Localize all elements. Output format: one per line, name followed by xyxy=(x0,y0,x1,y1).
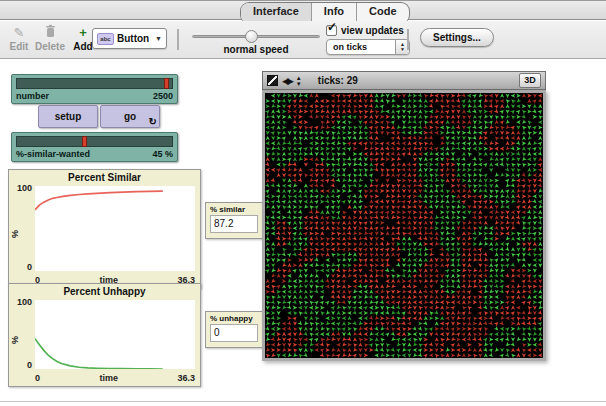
tab-info[interactable]: Info xyxy=(312,3,357,21)
y-axis-min: 0 xyxy=(9,360,32,370)
view-resize-icon[interactable] xyxy=(267,75,278,86)
ticks-counter: ticks: 29 xyxy=(318,75,515,86)
tab-interface[interactable]: Interface xyxy=(241,3,312,21)
tab-code[interactable]: Code xyxy=(357,3,409,21)
similar-wanted-slider: %-similar-wanted 45 % xyxy=(11,132,178,162)
plot-title: Percent Similar xyxy=(9,172,200,183)
edit-tool[interactable]: ✎ Edit xyxy=(2,24,36,52)
edit-label: Edit xyxy=(2,41,36,52)
view-3d-button[interactable]: 3D xyxy=(519,73,541,88)
vertical-arrows-icon[interactable]: ▲▼ xyxy=(296,75,302,87)
number-slider-handle[interactable] xyxy=(164,78,169,89)
plot-title: Percent Unhappy xyxy=(9,286,200,297)
monitor-percent-similar: % similar 87.2 xyxy=(205,202,263,239)
toolbar-separator xyxy=(177,29,179,50)
similar-wanted-label: %-similar-wanted xyxy=(16,149,90,159)
plot-canvas xyxy=(35,186,195,271)
y-axis-max: 100 xyxy=(9,183,32,193)
monitor-label: % similar xyxy=(210,205,258,214)
tab-strip: Interface Info Code xyxy=(0,1,606,20)
checkmark-icon: ✓ xyxy=(327,20,337,34)
number-slider-track[interactable] xyxy=(16,78,173,89)
monitor-value: 87.2 xyxy=(210,215,258,233)
x-axis-label: time xyxy=(99,373,118,383)
x-axis-min: 0 xyxy=(35,373,40,383)
x-axis-max: 36.3 xyxy=(177,373,195,383)
setup-button[interactable]: setup xyxy=(38,105,98,128)
delete-tool[interactable]: Delete xyxy=(33,24,67,52)
widget-type-label: Button xyxy=(117,33,152,44)
edit-pencil-icon: ✎ xyxy=(2,24,36,41)
update-mode-dropdown[interactable]: on ticks ▲▼ xyxy=(326,39,410,55)
button-widget-icon: abc xyxy=(97,33,114,45)
view-header: ◀▶ ▲▼ ticks: 29 3D xyxy=(262,71,546,90)
delete-label: Delete xyxy=(33,41,67,52)
trash-icon xyxy=(33,24,67,41)
toolbar-separator xyxy=(407,29,409,50)
update-mode-value: on ticks xyxy=(327,42,395,52)
view-updates-group: ✓ view updates on ticks ▲▼ xyxy=(326,25,412,55)
plot-percent-similar: Percent Similar 100 % 0 0 time 36.3 xyxy=(8,169,201,289)
plot-percent-unhappy: Percent Unhappy 100 % 0 0 time 36.3 xyxy=(8,283,201,387)
view-updates-label: view updates xyxy=(341,25,404,36)
monitor-percent-unhappy: % unhappy 0 xyxy=(205,311,263,348)
toolbar: ✎ Edit Delete + Add abc Button ▼ normal … xyxy=(0,21,606,59)
go-button-label: go xyxy=(124,111,136,122)
speed-slider-knob[interactable] xyxy=(245,30,258,43)
similar-wanted-value: 45 % xyxy=(152,149,173,159)
widget-type-dropdown[interactable]: abc Button ▼ xyxy=(92,28,167,49)
chevron-down-icon: ▼ xyxy=(155,35,162,42)
monitor-value: 0 xyxy=(210,324,258,342)
y-axis-min: 0 xyxy=(9,262,32,272)
monitor-label: % unhappy xyxy=(210,314,258,323)
horizontal-arrows-icon[interactable]: ◀▶ xyxy=(282,76,292,86)
number-slider: number 2500 xyxy=(11,74,178,104)
plot-canvas xyxy=(35,300,195,369)
view-updates-checkbox[interactable]: ✓ xyxy=(326,25,337,36)
y-axis-label: % xyxy=(10,230,20,238)
go-button[interactable]: go ↻ xyxy=(100,105,160,128)
speed-label: normal speed xyxy=(192,44,320,55)
world-view[interactable] xyxy=(262,90,546,361)
window-bottom-divider xyxy=(0,401,606,402)
number-slider-value: 2500 xyxy=(153,91,173,101)
y-axis-max: 100 xyxy=(9,297,32,307)
speed-slider: normal speed xyxy=(192,29,320,55)
speed-slider-track[interactable] xyxy=(192,35,320,38)
similar-wanted-slider-track[interactable] xyxy=(16,136,173,147)
netlogo-window: Interface Info Code ✎ Edit Delete + Add … xyxy=(0,0,606,406)
number-slider-label: number xyxy=(16,91,49,101)
forever-icon: ↻ xyxy=(149,117,157,127)
settings-button[interactable]: Settings... xyxy=(420,28,494,47)
y-axis-label: % xyxy=(10,336,20,344)
similar-wanted-slider-handle[interactable] xyxy=(82,136,87,147)
